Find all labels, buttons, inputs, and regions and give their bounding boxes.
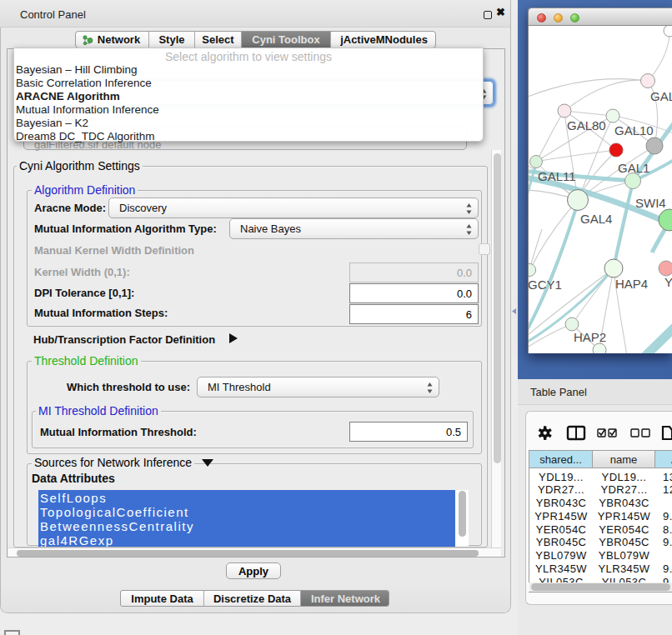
svg-text:GAL80: GAL80 <box>567 118 606 132</box>
svg-text:GCY1: GCY1 <box>529 278 562 292</box>
svg-text:GAL4: GAL4 <box>580 212 612 226</box>
svg-text:SWI4: SWI4 <box>635 196 666 210</box>
svg-text:Y: Y <box>664 275 672 289</box>
svg-text:GAL10: GAL10 <box>614 123 654 138</box>
svg-text:HAP2: HAP2 <box>574 330 606 344</box>
svg-text:HAP4: HAP4 <box>615 277 648 291</box>
svg-text:GAL11: GAL11 <box>538 169 576 183</box>
svg-text:GAL2: GAL2 <box>650 89 672 103</box>
svg-text:GAL1: GAL1 <box>618 161 649 175</box>
